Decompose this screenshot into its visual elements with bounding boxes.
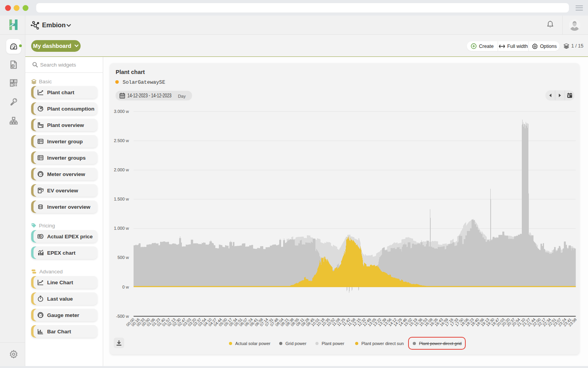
svg-text:W: W <box>126 139 129 143</box>
svg-text:W: W <box>126 285 129 289</box>
svg-text:W: W <box>126 110 129 114</box>
svg-text:1.000: 1.000 <box>114 226 125 231</box>
svg-text:2.500: 2.500 <box>114 138 125 143</box>
svg-text:2.000: 2.000 <box>114 167 125 172</box>
svg-text:1.500: 1.500 <box>114 197 125 201</box>
svg-text:500: 500 <box>118 255 125 260</box>
svg-text:W: W <box>126 315 129 319</box>
svg-text:0: 0 <box>122 285 125 289</box>
svg-text:W: W <box>126 256 129 260</box>
svg-text:€: € <box>41 234 43 238</box>
svg-text:-500: -500 <box>116 314 125 319</box>
svg-text:W: W <box>126 227 129 231</box>
svg-text:3.000: 3.000 <box>114 109 125 114</box>
svg-text:W: W <box>126 168 129 172</box>
svg-text:W: W <box>126 197 129 201</box>
